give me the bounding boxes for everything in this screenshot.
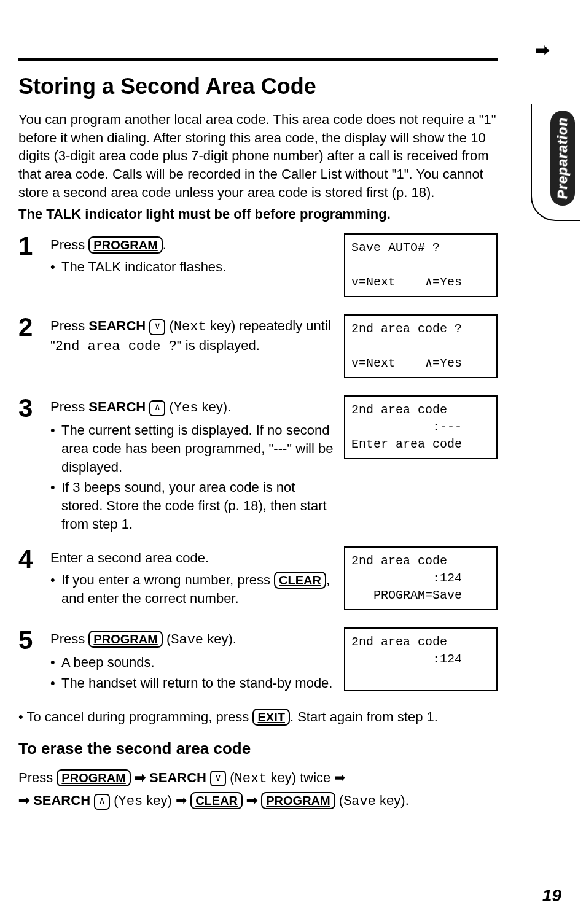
search-label: SEARCH — [33, 793, 90, 808]
step-3: 3 Press SEARCH ∧ (Yes key). The current … — [18, 395, 498, 535]
arrow-icon: ➡ — [18, 793, 33, 808]
down-arrow-icon: ∨ — [149, 319, 165, 335]
page-number: 19 — [542, 886, 561, 906]
step-body: Press SEARCH ∨ (Next key) repeatedly unt… — [50, 314, 337, 355]
bullet-text: If you enter a wrong number, press — [61, 572, 274, 588]
step-4: 4 Enter a second area code. If you enter… — [18, 546, 498, 616]
side-tab: Preparation — [550, 111, 575, 206]
step-text: Enter a second area code. — [50, 550, 209, 565]
search-label: SEARCH — [88, 318, 146, 333]
erase-text: (Save key). — [335, 793, 409, 808]
step-body: Press PROGRAM. The TALK indicator flashe… — [50, 233, 337, 278]
page-content: Storing a Second Area Code You can progr… — [18, 74, 498, 813]
step-body: Press SEARCH ∧ (Yes key). The current se… — [50, 395, 337, 535]
erase-text: (Yes key) ➡ — [110, 793, 190, 808]
arrow-icon: ➡ — [243, 793, 261, 808]
program-key: PROGRAM — [88, 631, 162, 648]
step-1: 1 Press PROGRAM. The TALK indicator flas… — [18, 233, 498, 303]
step-number: 4 — [18, 546, 43, 572]
lcd-display: 2nd area code :124 — [344, 627, 498, 691]
step-body: Press PROGRAM (Save key). A beep sounds.… — [50, 627, 337, 694]
step-bullet: The current setting is displayed. If no … — [50, 421, 337, 476]
erase-sequence: Press PROGRAM ➡ SEARCH ∨ (Next key) twic… — [18, 767, 498, 812]
step-number: 3 — [18, 395, 43, 421]
page-title: Storing a Second Area Code — [18, 74, 498, 99]
intro-paragraph: You can program another local area code.… — [18, 111, 498, 201]
step-bullet: A beep sounds. — [50, 653, 337, 672]
erase-heading: To erase the second area code — [18, 739, 498, 758]
down-arrow-icon: ∨ — [210, 771, 226, 786]
lcd-display: 2nd area code :124 PROGRAM=Save — [344, 546, 498, 610]
step-text: Press — [50, 318, 88, 333]
step-text: . — [163, 237, 166, 252]
search-label: SEARCH — [149, 770, 206, 785]
up-arrow-icon: ∧ — [94, 794, 110, 810]
step-text: (Save key). — [163, 631, 236, 646]
step-bullet: If you enter a wrong number, press CLEAR… — [50, 571, 337, 607]
talk-indicator-note: The TALK indicator light must be off bef… — [18, 206, 498, 222]
erase-text: Press — [18, 770, 57, 785]
clear-key: CLEAR — [274, 572, 326, 589]
side-tab-label: Preparation — [555, 117, 571, 199]
step-text: Press — [50, 631, 88, 646]
step-body: Enter a second area code. If you enter a… — [50, 546, 337, 610]
lcd-display: Save AUTO# ? v=Next ∧=Yes — [344, 233, 498, 297]
program-key: PROGRAM — [57, 769, 130, 786]
step-text: " is displayed. — [177, 338, 260, 353]
step-number: 5 — [18, 627, 43, 653]
arrow-icon: ➡ — [131, 770, 149, 785]
cancel-note: • To cancel during programming, press EX… — [18, 709, 498, 726]
cancel-text: . Start again from step 1. — [290, 709, 438, 724]
step-text: Press — [50, 237, 88, 252]
step-5: 5 Press PROGRAM (Save key). A beep sound… — [18, 627, 498, 697]
top-arrow-icon: ➡ — [535, 40, 549, 60]
up-arrow-icon: ∧ — [149, 400, 165, 416]
lcd-display: 2nd area code :--- Enter area code — [344, 395, 498, 459]
step-bullet: The TALK indicator flashes. — [50, 258, 337, 276]
program-key: PROGRAM — [88, 236, 162, 254]
program-key: PROGRAM — [261, 792, 335, 809]
step-2: 2 Press SEARCH ∨ (Next key) repeatedly u… — [18, 314, 498, 384]
cancel-text: • To cancel during programming, press — [18, 709, 252, 724]
step-bullet: The handset will return to the stand-by … — [50, 674, 337, 693]
step-number: 1 — [18, 233, 43, 259]
clear-key: CLEAR — [190, 792, 243, 809]
exit-key: EXIT — [252, 709, 289, 726]
steps-list: 1 Press PROGRAM. The TALK indicator flas… — [18, 233, 498, 697]
display-text-inline: 2nd area code ? — [55, 339, 177, 354]
step-text: (Yes key). — [165, 399, 231, 414]
lcd-display: 2nd area code ? v=Next ∧=Yes — [344, 314, 498, 378]
step-text: Press — [50, 399, 88, 414]
erase-text: (Next key) twice ➡ — [226, 770, 345, 785]
step-bullet: If 3 beeps sound, your area code is not … — [50, 478, 337, 533]
top-rule — [18, 58, 498, 61]
step-number: 2 — [18, 314, 43, 340]
search-label: SEARCH — [88, 399, 146, 414]
